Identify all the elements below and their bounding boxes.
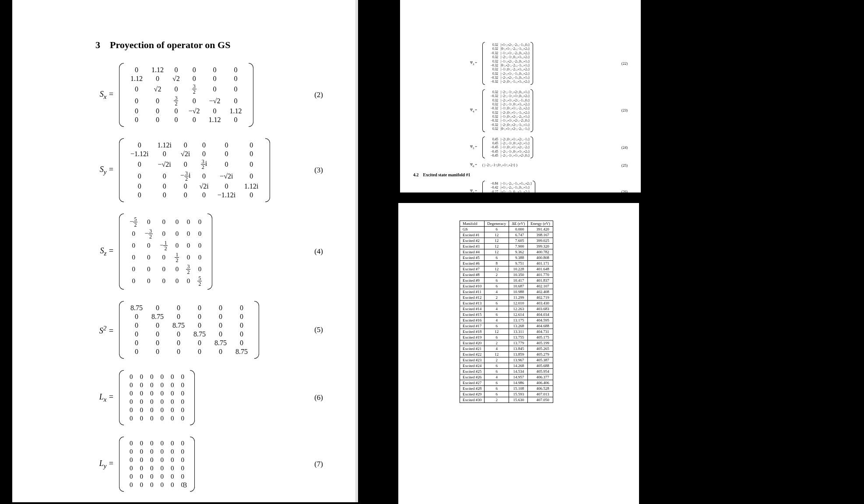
table-cell: 406.377 bbox=[528, 374, 553, 380]
matrix-cell: 0 bbox=[194, 216, 205, 228]
table-cell: 10.687 bbox=[509, 284, 528, 289]
matrix-cell: 0 bbox=[126, 275, 141, 287]
matrix-cell: 0 bbox=[204, 83, 225, 95]
matrix-cell: 0 bbox=[178, 472, 188, 481]
matrix-cell: 0 bbox=[157, 439, 168, 448]
matrix-cell: 0 bbox=[176, 141, 195, 150]
table-row: Excited #30215.630407.050 bbox=[460, 397, 553, 403]
section-heading: 3 Proyection of operator on GS bbox=[95, 39, 323, 51]
matrix-cell: 52 bbox=[194, 275, 205, 287]
matrix-cell: 0 bbox=[189, 339, 210, 347]
table-cell: 6 bbox=[485, 323, 509, 329]
matrix-cell: √2 bbox=[147, 83, 168, 95]
table-cell: 4 bbox=[485, 289, 509, 295]
matrix-cell: 0 bbox=[184, 95, 204, 107]
table-cell: 6 bbox=[485, 284, 509, 289]
wavefunction-row: −0.32|−2↑,0↑,−1↓,+1↓,+2↓⟩ bbox=[486, 80, 530, 84]
table-cell: 407.050 bbox=[528, 397, 553, 403]
matrix-cell: 0 bbox=[240, 158, 263, 170]
table-cell: 13.859 bbox=[509, 352, 528, 357]
matrix-cell: 0 bbox=[168, 347, 189, 356]
table-cell: 13.175 bbox=[509, 318, 528, 323]
matrix-cell: 0 bbox=[195, 191, 213, 200]
table-cell: 401.837 bbox=[528, 278, 553, 284]
manifold-table: ManifoldDegeneracyΔE (eV)Energy (eV)GS60… bbox=[460, 220, 553, 403]
matrix-cell: 0 bbox=[171, 263, 183, 275]
matrix-cell: 0 bbox=[137, 439, 147, 448]
matrix-cell: 0 bbox=[156, 275, 171, 287]
matrix-cell: 0 bbox=[178, 381, 188, 389]
table-cell: 6 bbox=[485, 255, 509, 261]
table-row: Excited #28615.108406.528 bbox=[460, 386, 553, 392]
wavefunction-row: −0.42|+1↑,−2↓,−1↓,0↓,+1↓⟩ bbox=[486, 186, 532, 189]
matrix-cell: 0 bbox=[153, 170, 176, 182]
matrix-cell: 0 bbox=[157, 381, 168, 389]
page-number: 3 bbox=[12, 481, 358, 489]
matrix-cell: 0 bbox=[183, 252, 194, 263]
wavefunction-row: −0.32|−2↑,0↑,+2↑,−1↓,+1↓⟩ bbox=[486, 123, 530, 127]
equation-lhs: Ly = bbox=[95, 459, 114, 470]
matrix-cell: 0 bbox=[167, 472, 178, 481]
matrix-cell: 0 bbox=[210, 304, 231, 312]
table-cell: 2 bbox=[485, 272, 509, 278]
table-cell: 4 bbox=[485, 306, 509, 312]
wavefunction-lhs: Ψ5 = bbox=[470, 145, 480, 150]
wavefunction-row: 0.45|−2↑,−1↑,0↑,+2↑,+1↓⟩ bbox=[486, 141, 530, 145]
matrix-cell: 0 bbox=[157, 373, 168, 381]
table-cell: 14.534 bbox=[509, 369, 528, 374]
matrix: 01.1200001.120√20000√20320000320−√20000−… bbox=[119, 63, 253, 127]
matrix-cell: 0 bbox=[183, 216, 194, 228]
table-cell: Excited #23 bbox=[460, 357, 485, 363]
matrix-cell: 0 bbox=[213, 150, 240, 158]
matrix-cell: 0 bbox=[178, 398, 188, 406]
matrix-cell: 32 bbox=[168, 95, 184, 107]
matrix-cell: 1.12i bbox=[153, 141, 176, 150]
matrix-cell: 0 bbox=[126, 373, 137, 381]
matrix-cell: 1.12 bbox=[126, 74, 147, 83]
matrix-cell: 0 bbox=[137, 464, 147, 472]
matrix-cell: 0 bbox=[210, 321, 231, 330]
wavefunction-lhs: Ψ4 = bbox=[470, 108, 480, 113]
wavefunction-row: −0.27|+1↑,−1↓,0↓,+1↓,+2↓⟩ bbox=[486, 190, 532, 194]
matrix-cell: 0 bbox=[194, 263, 205, 275]
matrix-cell: 0 bbox=[126, 83, 147, 95]
table-cell: Excited #10 bbox=[460, 284, 485, 289]
table-cell: 6 bbox=[485, 227, 509, 232]
table-cell: 400.782 bbox=[528, 249, 553, 255]
wavefunction-row: 0.32|+1↑,+2↑,−2↓,−1↓,0↓⟩ bbox=[486, 43, 530, 47]
table-cell: Excited #30 bbox=[460, 397, 485, 403]
table-cell: Excited #21 bbox=[460, 346, 485, 352]
equation-block: Sx =01.1200001.120√20000√20320000320−√20… bbox=[95, 63, 323, 127]
matrix-cell: −32 bbox=[141, 228, 156, 240]
matrix-cell: 0 bbox=[156, 263, 171, 275]
wavefunction-row: −0.32|−1↑,+1↑,−2↓,0↓,+2↓⟩ bbox=[486, 51, 530, 55]
matrix-cell: 0 bbox=[137, 381, 147, 389]
table-row: Excited #12211.299402.719 bbox=[460, 295, 553, 301]
matrix-cell: −1.12i bbox=[213, 191, 240, 200]
table-cell: 400.808 bbox=[528, 255, 553, 261]
matrix-cell: −√2i bbox=[153, 158, 176, 170]
equation-lhs: Sy = bbox=[95, 165, 114, 176]
matrix-cell: 0 bbox=[204, 107, 225, 116]
table-cell: 12 bbox=[485, 232, 509, 238]
section-number: 3 bbox=[95, 39, 100, 50]
matrix-cell: 0 bbox=[189, 347, 210, 356]
matrix-cell: 0 bbox=[157, 448, 168, 456]
table-cell: 6.747 bbox=[509, 232, 528, 238]
table-cell: 405.954 bbox=[528, 369, 553, 374]
matrix-cell: 0 bbox=[231, 312, 252, 321]
table-cell: 13.967 bbox=[509, 357, 528, 363]
matrix-cell: 8.75 bbox=[231, 347, 252, 356]
matrix-cell: 0 bbox=[157, 472, 168, 481]
wavefunction-block: Ψ1 =−0.84|−1↑,−2↓,−1↓,+1↓,+2↓⟩−0.42|+1↑,… bbox=[470, 181, 628, 194]
matrix-cell: 0 bbox=[178, 464, 188, 472]
table-row: Excited #689.751401.171 bbox=[460, 261, 553, 266]
wavefunction-matrix: 0.45|−2↑,0↑,+1↑,+2↑,−1↓⟩0.45|−2↑,−1↑,0↑,… bbox=[482, 136, 533, 159]
wavefunction-block: Ψ6 =( |−2↑,−1↑,0↑,+1↑,+2↑⟩ )(25) bbox=[470, 163, 628, 168]
wavefunction-row: 0.32|0↑,+1↑,−2↓,−1↓,+2↓⟩ bbox=[486, 47, 530, 51]
matrix-cell: 0 bbox=[178, 389, 188, 398]
wavefunction-block: Ψ5 =0.45|−2↑,0↑,+1↑,+2↑,−1↓⟩0.45|−2↑,−1↑… bbox=[470, 136, 628, 159]
table-cell: 404.688 bbox=[528, 323, 553, 329]
matrix-cell: 0 bbox=[126, 398, 137, 406]
matrix-cell: 8.75 bbox=[168, 321, 189, 330]
